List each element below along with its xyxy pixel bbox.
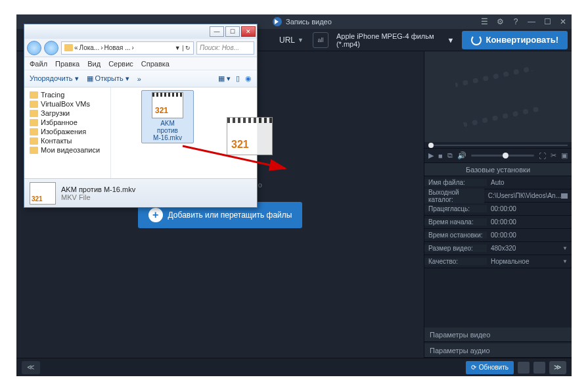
- preview-pane: [424, 51, 572, 142]
- crop-icon[interactable]: ▣: [561, 151, 568, 160]
- plus-icon: +: [148, 208, 163, 222]
- explorer-status: AKM против M-16.mkv MKV File: [24, 178, 257, 207]
- tree-item[interactable]: Tracing: [24, 90, 110, 99]
- row-quality: Качество:Нормальное▼: [424, 255, 572, 268]
- tree-item[interactable]: VirtualBox VMs: [24, 99, 110, 109]
- preset-label: Apple iPhone MPEG-4 фильм (*.mp4): [336, 32, 447, 48]
- stop-value[interactable]: 00:00:00: [487, 232, 572, 239]
- back-button[interactable]: [27, 41, 41, 55]
- seek-slider[interactable]: [424, 142, 572, 149]
- explorer-toolbar: Упорядочить ▾ ▦ Открыть ▾ » ▦ ▾ ▯ ◉: [24, 70, 257, 87]
- video-params-button[interactable]: Параметры видео: [424, 328, 572, 342]
- video-file-icon: [30, 182, 56, 205]
- status-filetype: MKV File: [61, 193, 135, 201]
- chevron-down-icon: ▼: [298, 37, 304, 43]
- collapse-left-button[interactable]: ≪: [22, 361, 40, 374]
- start-value[interactable]: 00:00:00: [487, 218, 572, 226]
- tree-item[interactable]: Загрузки: [24, 109, 110, 118]
- footer-bar: ≪ ⟳Обновить ≫: [16, 358, 572, 376]
- file-explorer-window: — ☐ ✕ «Лока...› Новая ...› ▼ | ↻ Поиск: …: [24, 24, 258, 208]
- explorer-titlebar[interactable]: — ☐ ✕: [24, 24, 257, 39]
- drag-ghost-icon: [227, 117, 273, 155]
- close-icon[interactable]: ✕: [558, 17, 568, 26]
- status-filename: AKM против M-16.mkv: [61, 185, 135, 193]
- chevron-down-icon: ▼: [447, 36, 455, 44]
- update-button[interactable]: ⟳Обновить: [466, 361, 514, 374]
- folder-icon[interactable]: [561, 193, 568, 199]
- select-all-button[interactable]: all: [313, 32, 328, 48]
- row-stop: Время остановки:00:00:00: [424, 229, 572, 242]
- maximize-button[interactable]: ☐: [225, 26, 240, 37]
- url-button[interactable]: URL ▼: [274, 32, 309, 49]
- row-outdir: Выходной каталог:C:\Users\ПК\Videos\An..…: [424, 189, 572, 203]
- filmstrip-icon: [455, 66, 541, 127]
- minimize-button[interactable]: —: [210, 26, 224, 37]
- explorer-nav: «Лока...› Новая ...› ▼ | ↻ Поиск: Нов...: [24, 39, 257, 57]
- refresh-icon: [471, 35, 482, 45]
- twitter-icon[interactable]: [518, 362, 530, 374]
- snapshot-icon[interactable]: ⧉: [447, 151, 453, 160]
- search-input[interactable]: Поиск: Нов...: [196, 41, 254, 55]
- settings-header: Базовые установки: [424, 163, 572, 176]
- help-button[interactable]: ◉: [245, 74, 252, 83]
- convert-button[interactable]: Конвертировать!: [462, 31, 568, 49]
- record-tab-label: Запись видео: [286, 18, 332, 26]
- tree-item[interactable]: Контакты: [24, 136, 110, 145]
- row-duration: Працягласць:00:00:00: [424, 203, 572, 216]
- burn-button[interactable]: »: [137, 75, 141, 83]
- gear-icon[interactable]: ⚙: [495, 17, 505, 26]
- minimize-icon[interactable]: —: [527, 17, 536, 26]
- tree-item[interactable]: Избранное: [24, 118, 110, 127]
- play-icon[interactable]: ▶: [428, 151, 434, 160]
- volume-slider[interactable]: [471, 155, 534, 157]
- menu-tools[interactable]: Сервис: [108, 60, 133, 68]
- play-icon: [273, 17, 282, 26]
- file-item-selected[interactable]: AKM против M-16.mkv: [141, 90, 194, 143]
- convert-label: Конвертировать!: [486, 35, 558, 45]
- open-button[interactable]: ▦ Открыть ▾: [87, 74, 129, 83]
- tree-item[interactable]: Изображения: [24, 127, 110, 136]
- fullscreen-icon[interactable]: ⛶: [539, 152, 546, 160]
- organize-button[interactable]: Упорядочить ▾: [30, 74, 79, 83]
- facebook-icon[interactable]: [533, 362, 545, 374]
- preview-pane-button[interactable]: ▯: [236, 74, 240, 83]
- chevron-down-icon: ▼: [562, 245, 568, 251]
- menu-file[interactable]: Файл: [30, 60, 47, 68]
- close-button[interactable]: ✕: [241, 26, 256, 37]
- record-video-tab[interactable]: Запись видео: [266, 14, 338, 29]
- size-dropdown[interactable]: 480x320▼: [487, 245, 572, 252]
- filename-value[interactable]: Auto: [487, 179, 572, 186]
- help-icon[interactable]: ?: [511, 17, 520, 26]
- side-panel: ▶ ■ ⧉ 🔊 ⛶ ✂ ▣ Базовые установки Имя файл…: [424, 51, 572, 358]
- tree-item[interactable]: Мои видеозаписи: [24, 145, 110, 155]
- maximize-icon[interactable]: ☐: [543, 17, 552, 26]
- stop-icon[interactable]: ■: [438, 152, 443, 160]
- list-icon[interactable]: ☰: [480, 17, 489, 26]
- menu-help[interactable]: Справка: [141, 60, 170, 68]
- cut-icon[interactable]: ✂: [551, 151, 556, 160]
- url-label: URL: [279, 36, 295, 45]
- output-preset-dropdown[interactable]: Apple iPhone MPEG-4 фильм (*.mp4) ▼: [332, 32, 459, 49]
- explorer-menu: Файл Правка Вид Сервис Справка: [24, 57, 257, 70]
- row-filename: Имя файла:Auto: [424, 176, 572, 189]
- explorer-body: Tracing VirtualBox VMs Загрузки Избранно…: [24, 87, 257, 178]
- menu-edit[interactable]: Правка: [55, 60, 79, 68]
- chevron-down-icon: ▼: [562, 258, 568, 264]
- volume-icon[interactable]: 🔊: [457, 151, 466, 160]
- menu-view[interactable]: Вид: [87, 60, 101, 68]
- view-mode-button[interactable]: ▦ ▾: [218, 74, 231, 83]
- quality-dropdown[interactable]: Нормальное▼: [487, 258, 572, 265]
- row-start: Время начала:00:00:00: [424, 216, 572, 229]
- outdir-value[interactable]: C:\Users\ПК\Videos\An...: [484, 192, 572, 199]
- video-file-icon: [152, 92, 183, 118]
- add-label: Добавить или перетащить файлы: [168, 210, 292, 220]
- folder-tree[interactable]: Tracing VirtualBox VMs Загрузки Избранно…: [24, 87, 111, 178]
- audio-params-button[interactable]: Параметры аудио: [424, 343, 572, 358]
- expand-right-button[interactable]: ≫: [549, 361, 566, 374]
- breadcrumb[interactable]: «Лока...› Новая ...› ▼ | ↻: [61, 41, 194, 55]
- player-controls: ▶ ■ ⧉ 🔊 ⛶ ✂ ▣: [424, 149, 572, 163]
- row-size: Размер видео:480x320▼: [424, 242, 572, 255]
- forward-button[interactable]: [44, 41, 58, 55]
- folder-icon: [64, 44, 73, 51]
